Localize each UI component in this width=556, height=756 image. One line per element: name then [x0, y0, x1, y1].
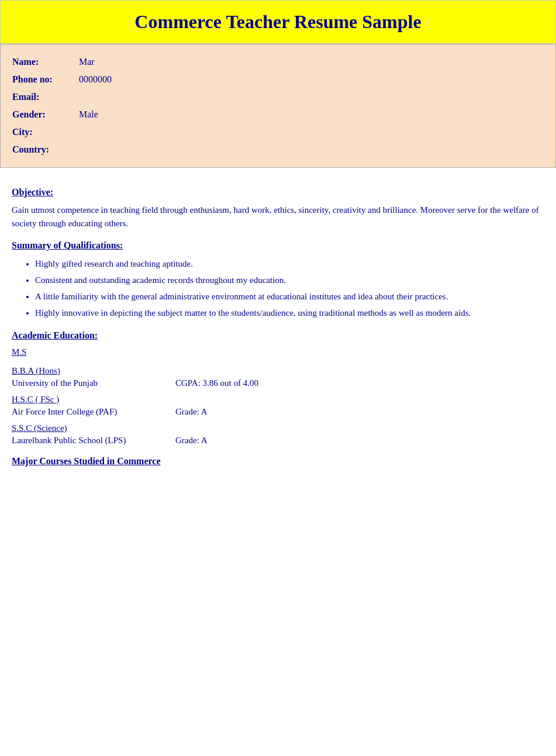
list-item: Highly innovative in depicting the subje… [35, 306, 544, 320]
name-row: Name: Mar [12, 53, 544, 71]
city-label: City: [12, 127, 65, 137]
name-label: Name: [12, 57, 65, 67]
degree-bba-title: B.B.A (Hons) [12, 366, 60, 376]
degree-ssc-title: S.S.C (Science) [12, 423, 67, 433]
header: Commerce Teacher Resume Sample [0, 0, 556, 44]
list-item: Consistent and outstanding academic reco… [35, 273, 544, 287]
degree-hsc-title: H.S.C ( FSc ) [12, 395, 59, 405]
page-title: Commerce Teacher Resume Sample [134, 11, 421, 32]
phone-value: 0000000 [79, 74, 112, 85]
education-heading: Academic Education: [12, 330, 544, 341]
degree-bba: B.B.A (Hons) University of the Punjab CG… [12, 365, 544, 388]
phone-row: Phone no: 0000000 [12, 71, 544, 88]
hsc-detail-row: Air Force Inter College (PAF) Grade: A [12, 407, 544, 417]
summary-heading: Summary of Qualifications: [12, 240, 544, 251]
bba-detail-row: University of the Punjab CGPA: 3.86 out … [12, 378, 544, 388]
list-item: A little familiarity with the general ad… [35, 289, 544, 303]
list-item: Highly gifted research and teaching apti… [35, 257, 544, 271]
name-value: Mar [79, 57, 95, 67]
bba-grade: CGPA: 3.86 out of 4.00 [175, 378, 258, 388]
degree-hsc: H.S.C ( FSc ) Air Force Inter College (P… [12, 394, 544, 417]
country-label: Country: [12, 144, 65, 155]
major-courses-heading: Major Courses Studied in Commerce [12, 456, 544, 467]
email-row: Email: [12, 88, 544, 106]
content-area: Objective: Gain utmost competence in tea… [0, 168, 556, 481]
country-row: Country: [12, 141, 544, 158]
ssc-institution: Laurelbank Public School (LPS) [12, 436, 175, 446]
qualifications-list: Highly gifted research and teaching apti… [35, 257, 544, 320]
gender-row: Gender: Male [12, 106, 544, 123]
email-label: Email: [12, 92, 65, 102]
page-container: Commerce Teacher Resume Sample Name: Mar… [0, 0, 556, 756]
gender-label: Gender: [12, 109, 65, 120]
degree-ssc: S.S.C (Science) Laurelbank Public School… [12, 423, 544, 446]
objective-heading: Objective: [12, 187, 544, 198]
hsc-grade: Grade: A [175, 407, 208, 417]
objective-text: Gain utmost competence in teaching field… [12, 203, 544, 230]
personal-info-box: Name: Mar Phone no: 0000000 Email: Gende… [0, 44, 556, 168]
bba-institution: University of the Punjab [12, 378, 175, 388]
ssc-grade: Grade: A [175, 436, 208, 446]
city-row: City: [12, 123, 544, 141]
degree-ms-title: M.S [12, 347, 26, 357]
hsc-institution: Air Force Inter College (PAF) [12, 407, 175, 417]
gender-value: Male [79, 109, 98, 120]
ssc-detail-row: Laurelbank Public School (LPS) Grade: A [12, 436, 544, 446]
degree-ms: M.S [12, 347, 544, 360]
phone-label: Phone no: [12, 74, 65, 85]
